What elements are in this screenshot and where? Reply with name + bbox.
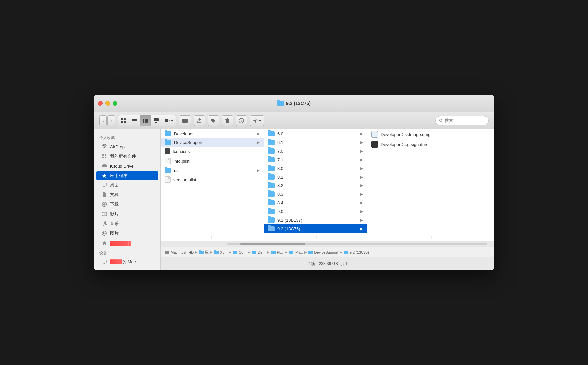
sidebar-item-icloud[interactable]: iCloud Drive — [96, 161, 158, 171]
list-item[interactable]: 7.0 ▶ — [264, 147, 367, 155]
column3-handle[interactable]: ⁝⁝ — [429, 235, 432, 240]
breadcrumb-item[interactable]: Pl... — [271, 250, 283, 254]
info-button[interactable]: i — [236, 115, 247, 126]
breadcrumb-item[interactable]: 应 — [199, 250, 209, 255]
file-item-name: 8.0 — [277, 166, 358, 171]
list-item[interactable]: 8.0 ▶ — [264, 164, 367, 173]
list-item[interactable]: 7.1 ▶ — [264, 155, 367, 164]
forward-button[interactable]: › — [107, 115, 115, 126]
folder-icon — [165, 168, 171, 173]
search-icon — [439, 119, 443, 123]
list-item[interactable]: 8.1 ▶ — [264, 173, 367, 181]
back-button[interactable]: ‹ — [99, 115, 107, 126]
list-item[interactable]: 9.0 ▶ — [264, 207, 367, 216]
breadcrumb-item[interactable]: DeviceSupport — [308, 250, 338, 254]
list-item[interactable]: DeviceSupport ▶ — [161, 138, 264, 147]
list-item[interactable]: DeveloperDiskImage.dmg — [367, 129, 494, 139]
sidebar-item-airdrop[interactable]: AirDrop — [96, 142, 158, 151]
view-column-button[interactable] — [140, 115, 151, 126]
sidebar-item-imac[interactable]: ████的iMac — [96, 257, 158, 267]
titlebar-center: 9.2 (13C75) — [277, 101, 311, 106]
breadcrumb-bar: Macintosh HD ▶ 应 ▶ Xc... ▶ — [161, 247, 494, 257]
statusbar: 2 项，238.39 GB 可用 — [161, 257, 494, 270]
file-item-name: DeveloperD...g.signature — [381, 142, 490, 147]
sidebar-item-downloads[interactable]: 下载 — [96, 200, 158, 209]
list-item[interactable]: 9.1 (13B137) ▶ — [264, 216, 367, 224]
svg-rect-0 — [121, 118, 123, 120]
svg-rect-40 — [102, 260, 107, 263]
sidebar-item-music[interactable]: 音乐 — [96, 219, 158, 228]
list-item[interactable]: DeveloperD...g.signature — [367, 139, 494, 149]
sidebar-item-home[interactable]: ███████ — [96, 238, 158, 248]
sidebar-item-desktop[interactable]: 桌面 — [96, 181, 158, 190]
view-list-button[interactable] — [129, 115, 140, 126]
folder-arrow: ▶ — [360, 209, 363, 214]
folder-arrow: ▶ — [360, 140, 363, 145]
breadcrumb-item[interactable]: 9.2 (13C75) — [344, 250, 369, 254]
list-item[interactable]: 8.3 ▶ — [264, 190, 367, 198]
svg-rect-28 — [103, 194, 105, 195]
share-button[interactable] — [194, 115, 205, 126]
horizontal-scrollbar[interactable] — [161, 241, 494, 247]
file-item-name: Developer — [174, 131, 254, 136]
column1-handle[interactable]: ⁝⁝ — [211, 235, 214, 240]
view-more-button[interactable]: ▾ — [162, 115, 176, 126]
scrollbar-thumb[interactable] — [240, 243, 305, 245]
sidebar-item-movies[interactable]: 影片 — [96, 209, 158, 219]
sidebar-item-label-airdrop: AirDrop — [110, 144, 125, 149]
close-button[interactable] — [98, 101, 103, 106]
file-item-name: 6.0 — [277, 131, 358, 136]
list-item[interactable]: version.plist — [161, 175, 264, 184]
action-button[interactable]: ▾ — [250, 115, 264, 126]
search-input[interactable] — [445, 118, 485, 123]
breadcrumb-item[interactable]: Xc... — [214, 250, 227, 254]
breadcrumb-label: DeviceSupport — [314, 250, 338, 254]
folder-icon — [268, 157, 275, 162]
minimize-button[interactable] — [105, 101, 110, 106]
maximize-button[interactable] — [113, 101, 117, 106]
search-box[interactable] — [435, 116, 489, 125]
sig-file-icon — [371, 141, 378, 148]
column2-handle[interactable]: ⁝⁝ — [314, 235, 317, 240]
documents-icon — [101, 192, 107, 198]
svg-rect-2 — [121, 121, 123, 123]
list-item[interactable]: Info.plist — [161, 156, 264, 166]
svg-rect-24 — [105, 157, 106, 158]
breadcrumb-item[interactable]: iPh... — [289, 250, 303, 254]
list-item[interactable]: usr ▶ — [161, 166, 264, 175]
titlebar-title: 9.2 (13C75) — [286, 101, 311, 106]
svg-rect-6 — [132, 122, 137, 122]
sidebar-item-applications[interactable]: 应用程序 — [96, 171, 158, 180]
sidebar-item-label-home: ███████ — [110, 241, 131, 246]
svg-rect-9 — [146, 119, 148, 123]
sidebar-item-documents[interactable]: 文稿 — [96, 190, 158, 199]
new-folder-button[interactable] — [179, 115, 191, 126]
list-item[interactable]: Icon.icns — [161, 147, 264, 156]
view-gallery-button[interactable] — [151, 115, 162, 126]
svg-rect-27 — [103, 187, 106, 188]
folder-icon — [271, 251, 276, 254]
delete-button[interactable] — [222, 115, 233, 126]
titlebar: 9.2 (13C75) — [94, 95, 494, 112]
breadcrumb-item[interactable]: De... — [252, 250, 265, 254]
view-icon-button[interactable] — [118, 115, 129, 126]
tag-button[interactable] — [208, 115, 219, 126]
folder-icon — [165, 131, 171, 136]
list-item[interactable]: 6.0 ▶ — [264, 129, 367, 138]
folder-icon — [289, 251, 293, 254]
sidebar-item-pictures[interactable]: 图片 — [96, 229, 158, 238]
list-item[interactable]: 6.1 ▶ — [264, 138, 367, 147]
svg-rect-36 — [106, 215, 107, 216]
svg-rect-33 — [102, 212, 103, 213]
list-item[interactable]: 8.4 ▶ — [264, 198, 367, 207]
list-item[interactable]: Developer ▶ — [161, 129, 264, 138]
list-item[interactable]: 8.2 ▶ — [264, 181, 367, 190]
breadcrumb-item[interactable]: Macintosh HD — [165, 250, 194, 254]
breadcrumb-separator: ▶ — [267, 250, 270, 254]
svg-rect-30 — [103, 196, 105, 196]
sidebar-item-allfiles[interactable]: 我的所有文件 — [96, 152, 158, 161]
list-item[interactable]: 9.2 (13C75) ▶ — [264, 224, 367, 233]
svg-rect-13 — [226, 120, 229, 123]
file-item-name: usr — [174, 168, 254, 173]
breadcrumb-item[interactable]: Co... — [233, 250, 246, 254]
